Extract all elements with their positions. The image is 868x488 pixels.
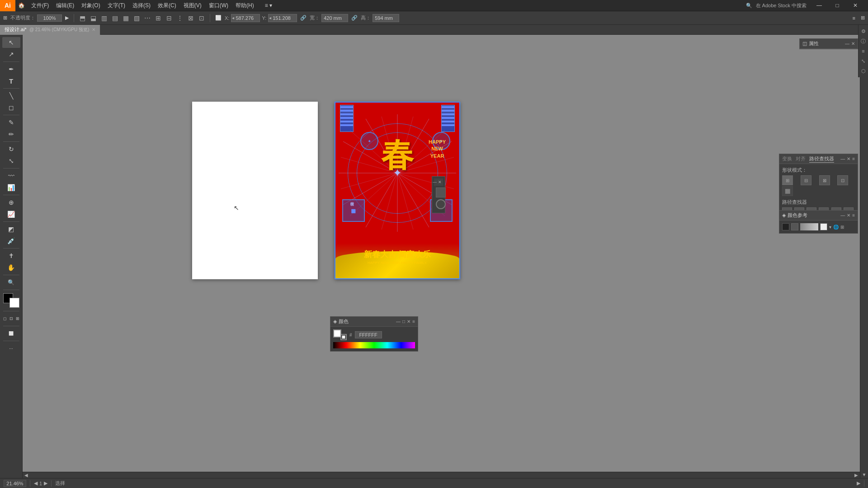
maximize-button[interactable]: □ xyxy=(828,0,846,11)
eyedropper-tool[interactable]: 💉 xyxy=(2,235,20,246)
shape-btn-exclude[interactable]: ⊡ xyxy=(837,175,848,185)
align-btn-12[interactable]: ⊡ xyxy=(197,14,206,23)
panel-color-close[interactable]: ✕ xyxy=(407,319,410,324)
zoom-input[interactable]: 21.46% xyxy=(4,480,26,487)
draw-inside[interactable]: ⊞ xyxy=(15,313,20,324)
color-ref-arrow[interactable]: ▾ xyxy=(829,225,831,230)
selection-icon[interactable]: ⊞ xyxy=(2,15,9,21)
scroll-right[interactable]: ▲ ▼ xyxy=(860,35,868,478)
scroll-right-arrow[interactable]: ▶ xyxy=(854,473,858,478)
link-icon[interactable]: 🔗 xyxy=(299,15,308,21)
align-btn-10[interactable]: ⋮ xyxy=(175,14,184,23)
panel-color-maximize[interactable]: □ xyxy=(402,319,405,324)
minimize-button[interactable]: — xyxy=(810,0,828,11)
graph-tool[interactable]: 📊 xyxy=(2,182,20,193)
menu-help[interactable]: 帮助(H) xyxy=(232,0,258,11)
align-btn-6[interactable]: ▧ xyxy=(132,14,141,23)
prev-artboard[interactable]: ◀ xyxy=(34,480,38,486)
panel-color-ref-minimize[interactable]: — xyxy=(840,213,845,218)
scroll-left-arrow[interactable]: ◀ xyxy=(24,473,28,478)
color-ref-globe[interactable]: 🌐 xyxy=(833,225,839,230)
color-hex-input[interactable]: FFFFFF xyxy=(355,331,382,338)
line-tool[interactable]: ╲ xyxy=(2,90,20,101)
color-selector[interactable] xyxy=(3,293,19,308)
text-tool[interactable]: T xyxy=(2,75,20,86)
next-artboard[interactable]: ▶ xyxy=(44,480,47,486)
color-ref-gradient[interactable] xyxy=(800,223,818,230)
shape-btn-minus[interactable]: ⊟ xyxy=(801,175,811,185)
x-input[interactable]: 587.276 xyxy=(234,15,259,21)
close-button[interactable]: ✕ xyxy=(846,0,864,11)
draw-behind[interactable]: ⊡ xyxy=(9,313,14,324)
scroll-bottom[interactable]: ◀ ▶ xyxy=(23,472,860,478)
document-tab[interactable]: 报设计.ai* @ 21.46% (CMYK/GPU 预览) ✕ xyxy=(0,25,100,35)
symbol-tool[interactable]: ⊕ xyxy=(2,197,20,208)
more-tools[interactable]: ··· xyxy=(2,343,20,354)
tab-close-button[interactable]: ✕ xyxy=(92,27,95,32)
menu-select[interactable]: 选择(S) xyxy=(129,0,154,11)
color-ref-swatch-1[interactable] xyxy=(782,223,789,230)
background-color[interactable] xyxy=(9,298,19,308)
select-tool[interactable]: ↖ xyxy=(2,37,20,48)
opacity-input[interactable] xyxy=(37,14,62,22)
mini-minimize[interactable]: — xyxy=(433,180,437,184)
color-ref-grid[interactable]: ⊞ xyxy=(840,225,844,230)
shape-btn-expand[interactable]: ⬜ xyxy=(782,186,793,196)
panel-color-minimize[interactable]: — xyxy=(396,319,401,324)
draw-normal[interactable]: ◻ xyxy=(2,313,8,324)
panel-icon-2[interactable]: ⓘ xyxy=(859,37,868,46)
pen-tool[interactable]: ✒ xyxy=(2,64,20,75)
mini-close[interactable]: ✕ xyxy=(438,180,442,184)
direct-select-tool[interactable]: ↗ xyxy=(2,49,20,60)
warp-tool[interactable]: 〰 xyxy=(2,170,20,181)
gradient-tool[interactable]: ◩ xyxy=(2,224,20,235)
panel-icon-4[interactable]: ⤡ xyxy=(859,56,868,66)
scale-tool[interactable]: ⤡ xyxy=(2,155,20,166)
color-ref-swatch-2[interactable] xyxy=(791,223,798,230)
panel-icon-5[interactable]: ⬡ xyxy=(859,66,868,75)
stroke-box[interactable] xyxy=(340,334,347,340)
panel-color-menu[interactable]: ≡ xyxy=(412,319,415,324)
align-btn-5[interactable]: ▦ xyxy=(121,14,130,23)
column-graph-tool[interactable]: 📈 xyxy=(2,209,20,220)
link2-icon[interactable]: 🔗 xyxy=(350,15,359,21)
panel-properties-close[interactable]: ✕ xyxy=(851,41,855,46)
paint-tool[interactable]: ✎ xyxy=(2,117,20,128)
align-btn-7[interactable]: ⋯ xyxy=(143,14,152,23)
panel-pathfinder-close[interactable]: ✕ xyxy=(847,156,850,161)
panel-color-ref-close[interactable]: ✕ xyxy=(847,213,850,218)
panel-color-ref-menu[interactable]: ≡ xyxy=(852,213,855,218)
color-gradient-bar[interactable] xyxy=(333,342,415,348)
opacity-arrow[interactable]: ▶ xyxy=(64,15,70,21)
panel-properties-minimize[interactable]: — xyxy=(845,41,849,46)
align-btn-3[interactable]: ▥ xyxy=(99,14,108,23)
menu-file[interactable]: 文件(F) xyxy=(28,0,52,11)
tab-transform[interactable]: 变换 xyxy=(782,155,792,163)
zoom-tool[interactable]: 🔍 xyxy=(2,277,20,288)
pencil-tool[interactable]: ✏ xyxy=(2,129,20,140)
panel-icon-1[interactable]: ⚙ xyxy=(859,27,868,36)
view-mode-btn[interactable]: ≡ ▾ xyxy=(261,0,276,11)
align-btn-9[interactable]: ⊟ xyxy=(165,14,174,23)
transform-icon[interactable]: ⬜ xyxy=(214,15,223,21)
menu-edit[interactable]: 编辑(E) xyxy=(52,0,78,11)
menu-window[interactable]: 窗口(W) xyxy=(205,0,232,11)
screen-mode[interactable]: ⬜ xyxy=(2,328,20,339)
w-input[interactable]: 420 mm xyxy=(322,15,347,21)
h-input[interactable]: 594 mm xyxy=(373,15,398,21)
panel-icon-3[interactable]: ≡ xyxy=(859,47,868,56)
canvas-area[interactable]: ↖ xyxy=(23,35,860,478)
align-btn-2[interactable]: ⬓ xyxy=(89,14,98,23)
y-input[interactable]: 151.208 xyxy=(271,15,296,21)
rotate-tool[interactable]: ↻ xyxy=(2,144,20,155)
tab-align[interactable]: 对齐 xyxy=(796,155,806,163)
menu-view[interactable]: 视图(V) xyxy=(180,0,205,11)
shape-btn-intersect[interactable]: ⊠ xyxy=(819,175,830,185)
tab-pathfinder[interactable]: 路径查找器 xyxy=(809,155,834,163)
panel-pathfinder-menu[interactable]: ≡ xyxy=(852,156,855,161)
home-icon[interactable]: 🏠 xyxy=(15,2,28,9)
menu-effects[interactable]: 效果(C) xyxy=(154,0,180,11)
workspace-icon[interactable]: ⊞ xyxy=(859,15,866,21)
properties-toggle[interactable]: ≡ xyxy=(851,15,857,21)
measure-tool[interactable]: ✝ xyxy=(2,250,20,261)
